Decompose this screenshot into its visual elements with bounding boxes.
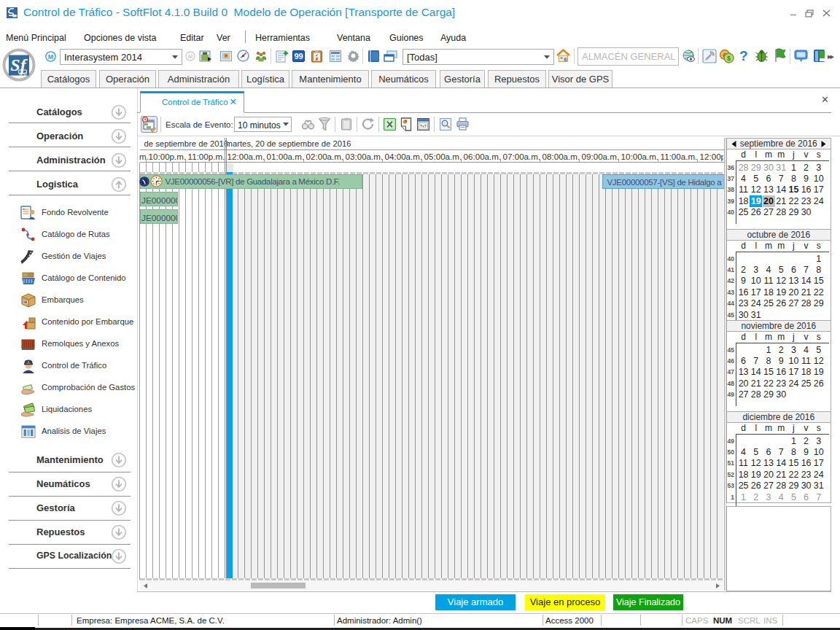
svg-text:M: M <box>188 53 193 60</box>
svg-text:✘: ✘ <box>315 57 319 61</box>
svg-text:M: M <box>48 52 54 60</box>
svg-text:$: $ <box>727 55 731 62</box>
svg-text:TxT: TxT <box>420 124 427 128</box>
svg-text:99: 99 <box>294 52 303 61</box>
